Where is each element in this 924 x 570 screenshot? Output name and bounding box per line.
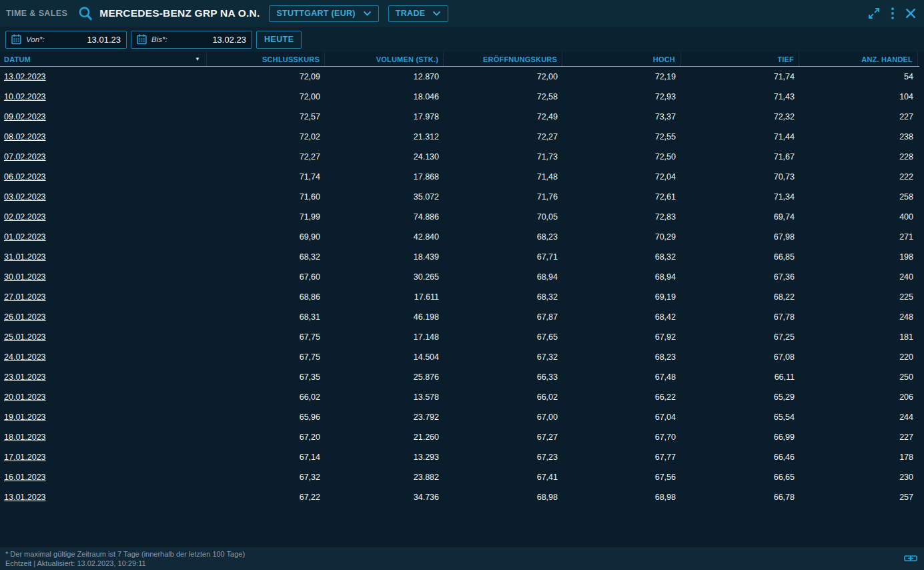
high-cell: 69,19: [562, 292, 680, 302]
close-cell: 72,00: [207, 92, 325, 101]
low-cell: 66,78: [680, 493, 799, 502]
volume-cell: 23.792: [325, 412, 444, 422]
app-title: TIME & SALES: [6, 9, 67, 18]
date-link[interactable]: 27.01.2023: [4, 292, 46, 302]
low-cell: 71,74: [680, 72, 799, 81]
column-header-hoch[interactable]: HOCH: [562, 52, 680, 66]
open-cell: 71,76: [444, 192, 562, 202]
column-header-tief[interactable]: TIEF: [680, 52, 799, 66]
date-link[interactable]: 25.01.2023: [4, 332, 46, 342]
von-date-input[interactable]: Von*: 13.01.23: [5, 31, 127, 49]
low-cell: 71,34: [680, 192, 799, 202]
kebab-menu-button[interactable]: [891, 7, 895, 20]
table-row: 18.01.202367,2021.26067,2767,7066,99227: [0, 427, 919, 447]
date-link[interactable]: 10.02.2023: [4, 92, 46, 101]
table-row: 01.02.202369,9042.84068,2370,2967,98271: [0, 227, 919, 247]
date-link[interactable]: 03.02.2023: [4, 192, 46, 202]
date-link[interactable]: 30.01.2023: [4, 272, 46, 282]
open-cell: 67,65: [444, 332, 562, 342]
link-button[interactable]: [904, 553, 917, 563]
trades-cell: 257: [799, 493, 918, 502]
trade-dropdown[interactable]: TRADE: [388, 5, 449, 22]
volume-cell: 34.736: [325, 493, 444, 502]
trades-cell: 258: [799, 192, 918, 202]
column-label: SCHLUSSKURS: [262, 55, 320, 63]
expand-icon: [867, 7, 881, 20]
low-cell: 65,29: [680, 392, 799, 402]
table-row: 10.02.202372,0018.04672,5872,9371,43104: [0, 87, 919, 107]
footer-note: * Der maximal gültige Zeitraum ist 7 Tag…: [5, 550, 917, 559]
volume-cell: 13.293: [325, 453, 444, 462]
trades-cell: 230: [799, 473, 918, 482]
bis-date-input[interactable]: Bis*: 13.02.23: [131, 31, 252, 49]
date-link[interactable]: 13.02.2023: [4, 72, 46, 81]
close-cell: 71,60: [207, 192, 325, 202]
search-button[interactable]: [77, 5, 93, 22]
close-button[interactable]: [905, 7, 917, 19]
date-link[interactable]: 07.02.2023: [4, 152, 46, 162]
close-cell: 72,57: [207, 112, 325, 121]
date-link[interactable]: 13.01.2023: [4, 493, 46, 502]
trades-cell: 244: [799, 412, 918, 422]
volume-cell: 18.439: [325, 252, 444, 262]
volume-cell: 24.130: [325, 152, 444, 162]
high-cell: 68,32: [562, 252, 680, 262]
date-link[interactable]: 09.02.2023: [4, 112, 46, 121]
table-row: 16.01.202367,3223.88267,4167,5666,65230: [0, 467, 919, 487]
column-header-schlusskurs[interactable]: SCHLUSSKURS: [207, 52, 325, 66]
open-cell: 67,27: [444, 433, 562, 442]
date-link[interactable]: 26.01.2023: [4, 312, 46, 322]
calendar-icon: [11, 34, 21, 45]
high-cell: 67,48: [562, 372, 680, 382]
date-cell: 25.01.2023: [0, 332, 207, 342]
low-cell: 71,67: [680, 152, 799, 162]
date-link[interactable]: 02.02.2023: [4, 212, 46, 222]
kebab-menu-icon: [891, 7, 895, 20]
date-link[interactable]: 06.02.2023: [4, 172, 46, 182]
date-link[interactable]: 23.01.2023: [4, 372, 46, 382]
volume-cell: 42.840: [325, 232, 444, 242]
date-link[interactable]: 17.01.2023: [4, 453, 46, 462]
column-header-datum[interactable]: DATUM▼: [0, 52, 207, 66]
date-cell: 13.02.2023: [0, 72, 207, 81]
date-link[interactable]: 19.01.2023: [4, 412, 46, 422]
low-cell: 70,73: [680, 172, 799, 182]
trades-cell: 250: [799, 372, 918, 382]
high-cell: 67,77: [562, 453, 680, 462]
date-link[interactable]: 16.01.2023: [4, 473, 46, 482]
chevron-down-icon: [432, 11, 441, 17]
date-link[interactable]: 24.01.2023: [4, 352, 46, 362]
close-cell: 67,32: [207, 473, 325, 482]
date-cell: 26.01.2023: [0, 312, 207, 322]
column-label: ERÖFFNUNGSKURS: [483, 55, 557, 63]
column-header-eroeffnungskurs[interactable]: ERÖFFNUNGSKURS: [444, 52, 562, 66]
footer: * Der maximal gültige Zeitraum ist 7 Tag…: [0, 547, 924, 570]
exchange-dropdown[interactable]: STUTTGART (EUR): [269, 5, 378, 22]
column-header-volumen-stk[interactable]: VOLUMEN (STK.): [325, 52, 444, 66]
low-cell: 69,74: [680, 212, 799, 222]
high-cell: 72,83: [562, 212, 680, 222]
filterbar: Von*: 13.01.23 Bis*: 13.02.23 HEUTE: [0, 27, 924, 52]
exchange-dropdown-label: STUTTGART (EUR): [276, 9, 355, 18]
date-cell: 19.01.2023: [0, 412, 207, 422]
volume-cell: 12.870: [325, 72, 444, 81]
close-cell: 65,96: [207, 412, 325, 422]
date-link[interactable]: 31.01.2023: [4, 252, 46, 262]
close-cell: 72,27: [207, 152, 325, 162]
high-cell: 72,04: [562, 172, 680, 182]
high-cell: 68,42: [562, 312, 680, 322]
date-link[interactable]: 01.02.2023: [4, 232, 46, 242]
date-link[interactable]: 18.01.2023: [4, 433, 46, 442]
trades-cell: 225: [799, 292, 918, 302]
table-row: 19.01.202365,9623.79267,0067,0465,54244: [0, 407, 919, 427]
expand-button[interactable]: [867, 7, 881, 20]
close-cell: 67,35: [207, 372, 325, 382]
sort-desc-icon[interactable]: ▼: [195, 56, 200, 62]
date-link[interactable]: 20.01.2023: [4, 392, 46, 402]
bis-value: 13.02.23: [212, 35, 246, 45]
date-link[interactable]: 08.02.2023: [4, 132, 46, 141]
heute-button[interactable]: HEUTE: [256, 31, 302, 49]
table-row: 23.01.202367,3525.87666,3367,4866,11250: [0, 367, 919, 387]
column-header-anz-handel[interactable]: ANZ. HANDEL: [799, 52, 918, 66]
trades-cell: 238: [799, 132, 918, 141]
